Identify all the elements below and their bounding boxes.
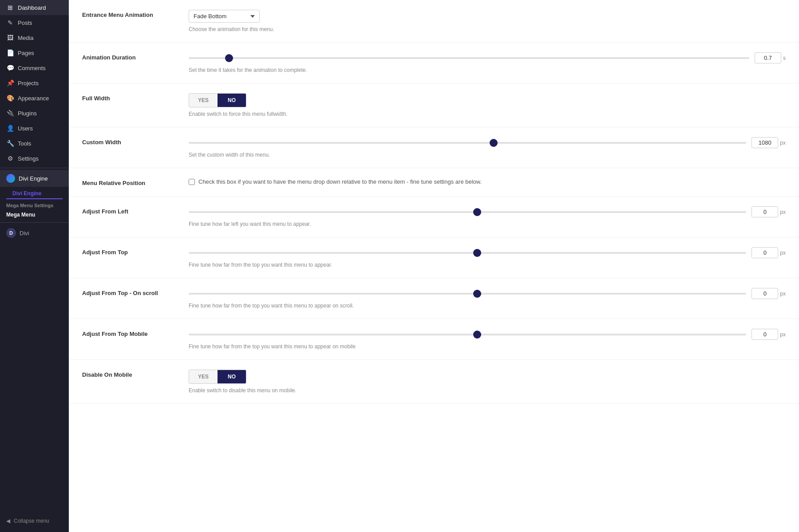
- animation-duration-control: s Set the time it takes for the animatio…: [189, 52, 786, 73]
- adjust-from-top-scroll-description: Fine tune how far from the top you want …: [189, 303, 786, 309]
- animation-duration-unit: s: [783, 55, 786, 61]
- adjust-from-top-slider-row: px: [189, 247, 786, 258]
- projects-icon: 📌: [6, 79, 14, 87]
- adjust-from-top-scroll-thumb[interactable]: [473, 290, 481, 298]
- full-width-control: YES NO Enable switch to force this menu …: [189, 93, 786, 117]
- sidebar-item-pages[interactable]: 📄 Pages: [0, 45, 69, 60]
- sidebar-label-plugins: Plugins: [18, 110, 37, 117]
- sidebar-label-settings: Settings: [18, 155, 39, 162]
- divi-engine-icon: [6, 174, 15, 183]
- adjust-from-top-track: [189, 252, 746, 254]
- animation-duration-slider-container: [189, 53, 749, 63]
- adjust-from-top-slider-container: [189, 248, 746, 258]
- adjust-from-left-row: Adjust From Left px Fine tune how far le…: [69, 197, 799, 237]
- animation-duration-description: Set the time it takes for the animation …: [189, 67, 786, 73]
- adjust-from-top-scroll-slider-container: [189, 288, 746, 299]
- settings-icon: ⚙: [6, 155, 14, 162]
- collapse-label: Collapse menu: [14, 518, 49, 524]
- disable-on-mobile-option-yes[interactable]: YES: [189, 370, 218, 383]
- sidebar-item-appearance[interactable]: 🎨 Appearance: [0, 91, 69, 106]
- custom-width-thumb[interactable]: [490, 139, 498, 147]
- sidebar-subitem-mega-menu[interactable]: Mega Menu: [0, 209, 69, 221]
- adjust-from-left-unit: px: [780, 209, 786, 215]
- custom-width-track: [189, 142, 746, 144]
- sidebar-item-settings[interactable]: ⚙ Settings: [0, 151, 69, 166]
- adjust-from-top-scroll-track: [189, 293, 746, 295]
- comments-icon: 💬: [6, 64, 14, 71]
- sidebar-label-pages: Pages: [18, 50, 34, 56]
- full-width-option-yes[interactable]: YES: [189, 94, 218, 107]
- plugins-icon: 🔌: [6, 110, 14, 117]
- animation-duration-input[interactable]: [755, 52, 781, 63]
- adjust-from-top-scroll-value-box: px: [752, 288, 786, 299]
- animation-duration-label: Animation Duration: [82, 52, 180, 61]
- disable-on-mobile-row: Disable On Mobile YES NO Enable switch t…: [69, 360, 799, 404]
- animation-duration-track: [189, 57, 749, 59]
- sidebar-submenu-label: Mega Menu Settings: [0, 200, 69, 209]
- adjust-from-left-value-box: px: [752, 206, 786, 217]
- disable-on-mobile-label: Disable On Mobile: [82, 370, 180, 378]
- custom-width-input[interactable]: [752, 137, 778, 148]
- collapse-menu-button[interactable]: ◀ Collapse menu: [0, 514, 69, 528]
- adjust-from-top-mobile-label: Adjust From Top Mobile: [82, 329, 180, 337]
- adjust-from-left-thumb[interactable]: [473, 208, 481, 216]
- sidebar-item-media[interactable]: 🖼 Media: [0, 30, 69, 45]
- adjust-from-left-label: Adjust From Left: [82, 206, 180, 215]
- dashboard-icon: ⊞: [6, 4, 14, 11]
- sidebar-item-dashboard[interactable]: ⊞ Dashboard: [0, 0, 69, 15]
- sidebar-label-divi: Divi: [20, 230, 29, 236]
- sidebar-item-users[interactable]: 👤 Users: [0, 121, 69, 136]
- sidebar-label-media: Media: [18, 35, 33, 41]
- adjust-from-top-input[interactable]: [752, 247, 778, 258]
- adjust-from-top-mobile-thumb[interactable]: [473, 331, 481, 339]
- animation-duration-value-box: s: [755, 52, 786, 63]
- appearance-icon: 🎨: [6, 95, 14, 102]
- sidebar-item-tools[interactable]: 🔧 Tools: [0, 136, 69, 151]
- menu-relative-position-checkbox-row: Check this box if you want to have the m…: [189, 178, 786, 186]
- full-width-option-no[interactable]: NO: [218, 94, 246, 107]
- adjust-from-top-mobile-unit: px: [780, 331, 786, 338]
- adjust-from-top-mobile-slider-container: [189, 329, 746, 340]
- adjust-from-left-track: [189, 211, 746, 213]
- sidebar-label-posts: Posts: [18, 20, 32, 26]
- entrance-animation-label: Entrance Menu Animation: [82, 10, 180, 18]
- adjust-from-top-scroll-input[interactable]: [752, 288, 778, 299]
- adjust-from-left-slider-container: [189, 207, 746, 217]
- adjust-from-top-thumb[interactable]: [473, 249, 481, 257]
- sidebar-item-plugins[interactable]: 🔌 Plugins: [0, 106, 69, 121]
- adjust-from-top-description: Fine tune how far from the top you want …: [189, 262, 786, 268]
- adjust-from-top-mobile-description: Fine tune how far from the top you want …: [189, 343, 786, 350]
- adjust-from-top-label: Adjust From Top: [82, 247, 180, 256]
- sidebar-item-divi[interactable]: D Divi: [0, 225, 69, 241]
- menu-relative-position-checkbox[interactable]: [189, 179, 195, 185]
- disable-on-mobile-toggle[interactable]: YES NO: [189, 370, 246, 384]
- adjust-from-top-control: px Fine tune how far from the top you wa…: [189, 247, 786, 268]
- custom-width-description: Set the custom width of this menu.: [189, 152, 786, 158]
- sidebar-subitem-divi-engine[interactable]: Divi Engine: [6, 188, 63, 199]
- animation-duration-thumb[interactable]: [225, 54, 233, 62]
- entrance-animation-select[interactable]: Fade Bottom Fade Top Fade Left Fade Righ…: [189, 10, 260, 23]
- media-icon: 🖼: [6, 34, 14, 41]
- menu-relative-position-control: Check this box if you want to have the m…: [189, 178, 786, 186]
- sidebar-item-divi-engine[interactable]: Divi Engine: [0, 170, 69, 187]
- sidebar-item-comments[interactable]: 💬 Comments: [0, 60, 69, 75]
- full-width-description: Enable switch to force this menu fullwid…: [189, 111, 786, 117]
- sidebar-item-projects[interactable]: 📌 Projects: [0, 75, 69, 91]
- sidebar-item-posts[interactable]: ✎ Posts: [0, 15, 69, 30]
- adjust-from-top-scroll-label: Adjust From Top - On scroll: [82, 288, 180, 296]
- adjust-from-top-mobile-input[interactable]: [752, 329, 778, 340]
- adjust-from-top-row: Adjust From Top px Fine tune how far fro…: [69, 237, 799, 278]
- adjust-from-top-mobile-slider-row: px: [189, 329, 786, 340]
- full-width-toggle[interactable]: YES NO: [189, 93, 246, 107]
- entrance-animation-control: Fade Bottom Fade Top Fade Left Fade Righ…: [189, 10, 786, 32]
- disable-on-mobile-control: YES NO Enable switch to disable this men…: [189, 370, 786, 394]
- custom-width-slider-container: [189, 138, 746, 148]
- divi-circle-icon: D: [6, 228, 16, 238]
- custom-width-value-box: px: [752, 137, 786, 148]
- mega-menu-settings-label: Mega Menu Settings: [6, 203, 53, 208]
- collapse-icon: ◀: [6, 518, 10, 524]
- sidebar-label-dashboard: Dashboard: [18, 4, 46, 11]
- adjust-from-top-scroll-control: px Fine tune how far from the top you wa…: [189, 288, 786, 309]
- adjust-from-left-input[interactable]: [752, 206, 778, 217]
- disable-on-mobile-option-no[interactable]: NO: [218, 370, 246, 383]
